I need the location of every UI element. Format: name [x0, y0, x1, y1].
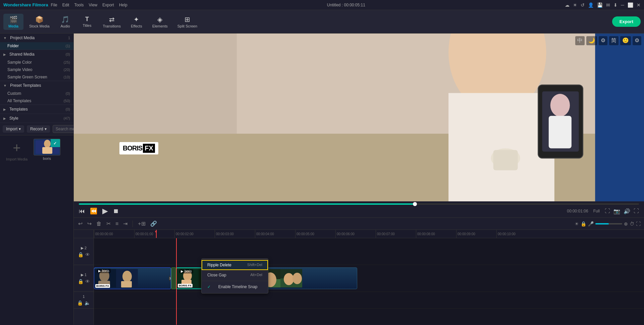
menu-view[interactable]: View	[89, 3, 97, 7]
track-1-lock[interactable]: 🔒	[78, 279, 84, 284]
add-track-button[interactable]: +⊞	[137, 219, 146, 228]
menu-tools[interactable]: Tools	[74, 3, 84, 7]
preview-icon-3[interactable]: ⚙	[599, 36, 607, 45]
all-templates-item[interactable]: All Templates (50)	[0, 97, 73, 105]
play-button[interactable]: ▶	[102, 207, 108, 215]
toolbar-media[interactable]: 🎬 Media	[3, 14, 23, 30]
audio-speaker[interactable]: 🔈	[85, 300, 90, 306]
track-2-eye[interactable]: 👁	[85, 252, 90, 257]
volume-icon[interactable]: 🔊	[624, 208, 630, 214]
record-chevron: ▾	[45, 127, 47, 131]
zoom-mic-icon[interactable]: 🎤	[588, 221, 594, 226]
svg-point-2	[44, 140, 51, 148]
zoom-sun-icon[interactable]: ☀	[575, 221, 579, 226]
crop-icon[interactable]: ⛶	[605, 208, 610, 214]
preview-icon-5[interactable]: 🙂	[620, 36, 631, 45]
ctx-close-gap[interactable]: Close Gap Alt+Del	[202, 270, 268, 280]
undo-button[interactable]: ↩	[77, 219, 84, 228]
save-icon[interactable]: 💾	[597, 2, 603, 8]
preview-icon-4[interactable]: 简	[609, 36, 619, 45]
refresh-icon[interactable]: ↺	[581, 2, 585, 8]
redo-button[interactable]: ↪	[86, 219, 93, 228]
toolbar-titles[interactable]: T Titles	[77, 14, 97, 29]
project-media-header[interactable]: ▼ Project Media 1	[0, 34, 73, 42]
shared-media-section: ▶ Shared Media (0) Sample Color (25) Sam…	[0, 50, 73, 81]
minimize-button[interactable]: ─	[621, 2, 624, 8]
fullscreen-icon[interactable]: ⛶	[634, 208, 639, 214]
download-icon[interactable]: ⬇	[613, 2, 618, 8]
export-button[interactable]: Export	[612, 16, 641, 27]
ctx-enable-snap[interactable]: ✓ Enable Timeline Snap	[202, 282, 268, 292]
clip-2-label: ▶ boris	[179, 269, 193, 273]
toolbar-split[interactable]: ⊞ Split Screen	[173, 14, 201, 30]
preview-icon-1[interactable]: 中	[575, 36, 585, 45]
ruler-mark-0: 00:00:00:00	[94, 230, 134, 238]
cut-button[interactable]: ✂	[105, 219, 112, 228]
sun-icon[interactable]: ☀	[573, 2, 577, 8]
audio-adjust-button[interactable]: ≡	[114, 220, 119, 228]
preview-icon-2[interactable]: 🌙	[586, 36, 597, 45]
track-clip-1[interactable]: ▶ boris	[94, 267, 171, 289]
custom-item[interactable]: Custom (0)	[0, 90, 73, 97]
progress-bar[interactable]	[79, 203, 639, 205]
templates-section: ▶ Templates (0)	[0, 105, 73, 114]
track-2-row	[94, 238, 644, 265]
sample-video-item[interactable]: Sample Video (20)	[0, 66, 73, 73]
menu-help[interactable]: Help	[119, 3, 127, 7]
menu-export[interactable]: Export	[102, 3, 114, 7]
shared-media-header[interactable]: ▶ Shared Media (0)	[0, 50, 73, 59]
templates-header[interactable]: ▶ Templates (0)	[0, 105, 73, 114]
timeline-ruler: 00:00:00:00 00:00:01:00 00:00:02:00 00:0…	[74, 230, 644, 238]
frame-back-button[interactable]: ⏪	[90, 207, 97, 215]
user-icon[interactable]: 👤	[588, 2, 594, 8]
folder-item[interactable]: Folder (1)	[0, 42, 73, 50]
sample-color-item[interactable]: Sample Color (25)	[0, 59, 73, 66]
cloud-icon[interactable]: ☁	[565, 2, 570, 8]
toolbar-stock[interactable]: 📦 Stock Media	[25, 14, 54, 30]
track-1-eye[interactable]: 👁	[85, 279, 90, 284]
boris-thumb-image: ✓	[34, 139, 60, 155]
preset-templates-header[interactable]: ▼ Preset Templates	[0, 81, 73, 90]
boris-media-thumb[interactable]: ✓ boris	[34, 139, 60, 161]
preview-settings-icon[interactable]: ⚙	[633, 36, 641, 45]
svg-rect-16	[595, 34, 644, 201]
import-button[interactable]: Import ▾	[3, 125, 24, 133]
track-1-row[interactable]: ▶ boris	[94, 265, 644, 292]
import-placeholder[interactable]: + Import Media	[3, 139, 30, 161]
skip-back-button[interactable]: ⏮	[79, 208, 85, 215]
record-button[interactable]: Record ▾	[27, 125, 50, 133]
clip-2-video-icon: ▶	[181, 269, 183, 273]
sample-green-screen-item[interactable]: Sample Green Screen (10)	[0, 73, 73, 81]
custom-label: Custom	[7, 91, 21, 96]
link-button[interactable]: 🔗	[149, 219, 158, 228]
mail-icon[interactable]: ✉	[606, 2, 610, 8]
zoom-slider[interactable]	[595, 223, 622, 224]
templates-label: Templates	[9, 107, 28, 112]
audio-lock[interactable]: 🔒	[77, 300, 83, 306]
toolbar-transitions[interactable]: ⇄ Transitions	[99, 14, 125, 30]
close-button[interactable]: ✕	[637, 2, 641, 8]
preview-area: BORIS FX 中 🌙 ⚙ 简 🙂 ⚙	[74, 34, 644, 201]
tracks-area: ▶ boris	[94, 238, 644, 325]
screenshot-icon[interactable]: 📷	[613, 208, 620, 214]
quality-select[interactable]: Full	[593, 209, 600, 213]
snap-button[interactable]: ⇥	[122, 219, 128, 228]
toolbar-effects[interactable]: ✦ Effects	[126, 14, 147, 30]
stop-button[interactable]: ⏹	[113, 208, 119, 215]
zoom-expand-icon[interactable]: ⛶	[636, 221, 641, 226]
menu-file[interactable]: File	[51, 3, 57, 7]
track-2-lock[interactable]: 🔒	[78, 252, 84, 257]
delete-button[interactable]: 🗑	[95, 220, 103, 228]
menu-edit[interactable]: Edit	[62, 3, 69, 7]
maximize-button[interactable]: ⬜	[628, 2, 633, 8]
zoom-clock-icon[interactable]: ⏱	[630, 221, 634, 226]
toolbar-audio[interactable]: 🎵 Audio	[55, 14, 75, 30]
ctx-ripple-delete[interactable]: Ripple Delete Shift+Del	[202, 260, 268, 270]
ruler-mark-4: 00:00:04:00	[255, 230, 295, 238]
style-header[interactable]: ▶ Style (47)	[0, 114, 73, 123]
transition-1[interactable]	[171, 267, 176, 289]
zoom-plus-icon[interactable]: ⊕	[624, 221, 628, 226]
toolbar-elements[interactable]: ◈ Elements	[148, 14, 172, 30]
left-content: ▼ Project Media 1 Folder (1) ▶ Shared Me…	[0, 34, 74, 325]
ruler-marks: 00:00:00:00 00:00:01:00 00:00:02:00 00:0…	[94, 230, 644, 238]
